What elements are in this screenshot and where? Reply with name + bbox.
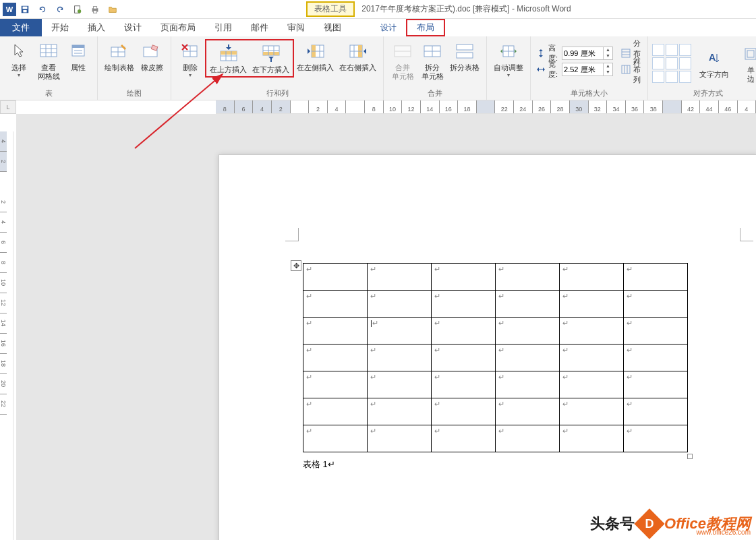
group-cellsize-label: 单元格大小 (535, 87, 643, 100)
table-cell[interactable]: ↵ (432, 344, 496, 371)
gridlines-icon (38, 40, 59, 62)
properties-button[interactable]: 属性 (63, 39, 93, 73)
tab-references[interactable]: 引用 (205, 19, 241, 36)
table-cell[interactable]: ↵ (560, 291, 624, 318)
table-cell[interactable]: ↵ (432, 398, 496, 425)
vertical-ruler[interactable]: 42246810121416182022 (0, 131, 13, 540)
table-cell[interactable]: ↵ (303, 425, 368, 452)
tab-file[interactable]: 文件 (0, 19, 42, 36)
table-cell[interactable]: ↵ (368, 318, 432, 344)
table-cell[interactable]: ↵ (624, 318, 688, 344)
table-cell[interactable]: ↵ (368, 398, 432, 425)
table-cell[interactable]: ↵ (368, 371, 432, 398)
horizontal-ruler[interactable]: 8642248101214161822242628303234363842444… (216, 100, 756, 114)
open-folder-icon[interactable] (105, 1, 121, 18)
table-cell[interactable]: ↵ (560, 371, 624, 398)
undo-icon[interactable] (34, 1, 51, 18)
cell-margins-button[interactable]: 单 边 (737, 42, 756, 85)
spin-up-icon[interactable]: ▲ (603, 63, 612, 69)
ruler-corner[interactable]: L (0, 100, 16, 114)
table-cell[interactable]: ↵ (560, 264, 624, 291)
split-table-button[interactable]: 拆分表格 (447, 39, 482, 73)
spin-down-icon[interactable]: ▼ (603, 69, 612, 76)
tab-insert[interactable]: 插入 (78, 19, 115, 36)
table-cell[interactable]: ↵ (560, 318, 624, 344)
distribute-cols-button[interactable]: 分布列 (620, 62, 643, 77)
table-cell[interactable]: ↵ (303, 264, 368, 291)
table-cell[interactable]: ↵ (368, 425, 432, 452)
table-cell[interactable]: ↵ (624, 425, 688, 452)
view-gridlines-button[interactable]: 查看 网格线 (34, 39, 63, 82)
table-cell[interactable]: ↵ (368, 344, 432, 371)
table-cell[interactable]: ↵ (368, 291, 432, 318)
delete-button[interactable]: 删除 ▾ (175, 39, 205, 80)
table-cell[interactable]: ↵ (432, 425, 496, 452)
table-move-handle[interactable]: ✥ (291, 260, 301, 271)
tab-home[interactable]: 开始 (42, 19, 78, 36)
insert-right-button[interactable]: 在右侧插入 (337, 39, 379, 73)
table-cell[interactable]: ↵ (496, 398, 560, 425)
select-button[interactable]: 选择 ▾ (4, 39, 34, 80)
table-cell[interactable]: ↵ (303, 291, 368, 318)
table-cell[interactable]: ↵ (432, 371, 496, 398)
table-cell[interactable]: ↵ (624, 264, 688, 291)
table-cell[interactable]: ↵ (624, 344, 688, 371)
alignment-grid[interactable] (652, 44, 691, 83)
table-cell[interactable]: ↵ (496, 264, 560, 291)
table-resize-handle[interactable] (687, 454, 693, 459)
group-merge-label: 合并 (388, 87, 482, 100)
tab-review[interactable]: 审阅 (278, 19, 314, 36)
col-width-input[interactable]: ▲▼ (562, 63, 613, 76)
eraser-button[interactable]: 橡皮擦 (137, 39, 167, 73)
table-cell[interactable]: ↵ (560, 344, 624, 371)
tab-table-layout[interactable]: 布局 (406, 19, 445, 36)
autofit-button[interactable]: 自动调整 ▾ (491, 39, 526, 80)
draw-table-button[interactable]: 绘制表格 (102, 39, 137, 73)
table-cell[interactable]: ↵ (624, 371, 688, 398)
tab-design[interactable]: 设计 (115, 19, 151, 36)
document-area[interactable]: ✥ ↵↵↵↵↵↵↵↵↵↵↵↵↵↵↵↵↵↵↵↵↵↵↵↵↵↵↵↵↵↵↵↵↵↵↵↵↵↵… (16, 114, 756, 540)
merge-cells-button[interactable]: 合并 单元格 (388, 39, 417, 82)
redo-icon[interactable] (52, 1, 68, 18)
insert-above-button[interactable]: 在上方插入 (207, 41, 250, 76)
table-cell[interactable]: ↵ (560, 425, 624, 452)
page: ✥ ↵↵↵↵↵↵↵↵↵↵↵↵↵↵↵↵↵↵↵↵↵↵↵↵↵↵↵↵↵↵↵↵↵↵↵↵↵↵… (219, 154, 756, 540)
table-cell[interactable]: ↵ (560, 398, 624, 425)
quick-print-icon[interactable] (87, 1, 103, 18)
table-cell[interactable]: ↵ (303, 318, 368, 344)
text-direction-button[interactable]: A 文字方向 (697, 46, 732, 80)
svg-rect-25 (221, 51, 237, 55)
insert-left-button[interactable]: 在左侧插入 (294, 39, 337, 73)
tab-table-design[interactable]: 设计 (371, 19, 406, 36)
table-cell[interactable]: ↵ (303, 344, 368, 371)
table-caption: 表格 1↵ (303, 458, 335, 471)
tab-mailings[interactable]: 邮件 (241, 19, 278, 36)
new-doc-icon[interactable] (69, 1, 86, 18)
svg-rect-2 (23, 9, 26, 12)
row-height-input[interactable]: ▲▼ (562, 47, 613, 60)
table-cell[interactable]: ↵ (303, 398, 368, 425)
svg-rect-63 (745, 49, 756, 59)
table-cell[interactable]: ↵ (496, 371, 560, 398)
tab-view[interactable]: 视图 (314, 19, 351, 36)
table-cell[interactable]: ↵ (303, 371, 368, 398)
table-cell[interactable]: ↵ (432, 264, 496, 291)
table-cell[interactable]: ↵ (496, 291, 560, 318)
dist-rows-icon (621, 48, 631, 59)
table-cell[interactable]: ↵ (624, 398, 688, 425)
document-table[interactable]: ↵↵↵↵↵↵↵↵↵↵↵↵↵↵↵↵↵↵↵↵↵↵↵↵↵↵↵↵↵↵↵↵↵↵↵↵↵↵↵↵… (303, 263, 688, 452)
table-cell[interactable]: ↵ (624, 291, 688, 318)
split-cells-button[interactable]: 拆分 单元格 (417, 39, 447, 82)
tab-page-layout[interactable]: 页面布局 (151, 19, 205, 36)
table-cell[interactable]: ↵ (432, 291, 496, 318)
table-cell[interactable]: ↵ (368, 264, 432, 291)
table-cell[interactable]: ↵ (496, 344, 560, 371)
table-cell[interactable]: ↵ (496, 318, 560, 344)
table-cell[interactable]: ↵ (496, 425, 560, 452)
svg-text:A: A (709, 52, 716, 63)
save-icon[interactable] (17, 1, 33, 18)
spin-down-icon[interactable]: ▼ (603, 53, 612, 59)
spin-up-icon[interactable]: ▲ (603, 47, 612, 53)
table-cell[interactable]: ↵ (432, 318, 496, 344)
insert-below-button[interactable]: 在下方插入 (250, 41, 292, 76)
